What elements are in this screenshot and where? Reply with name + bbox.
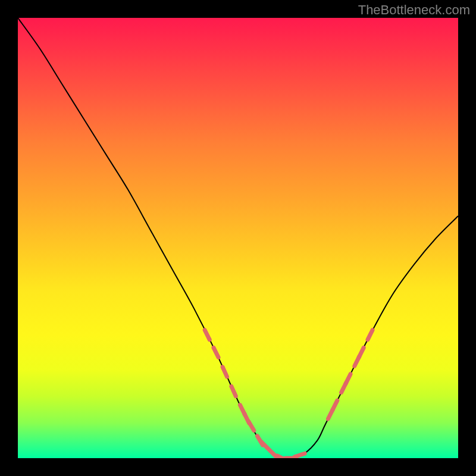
dash-marker bbox=[368, 330, 372, 340]
watermark-text: TheBottleneck.com bbox=[358, 2, 470, 18]
dash-marker bbox=[346, 374, 350, 384]
dash-marker bbox=[333, 400, 337, 410]
dash-marker bbox=[359, 347, 364, 357]
dash-marker bbox=[214, 347, 218, 357]
dash-marker bbox=[231, 386, 236, 396]
bottleneck-curve-line bbox=[18, 18, 458, 458]
chart-area bbox=[18, 18, 458, 458]
dash-marker bbox=[249, 421, 254, 430]
dash-marker bbox=[205, 330, 209, 340]
dash-marker bbox=[261, 441, 268, 449]
highlight-dashes bbox=[205, 330, 372, 458]
dash-marker bbox=[223, 367, 227, 377]
dash-marker bbox=[295, 453, 305, 457]
bottleneck-chart bbox=[18, 18, 458, 458]
